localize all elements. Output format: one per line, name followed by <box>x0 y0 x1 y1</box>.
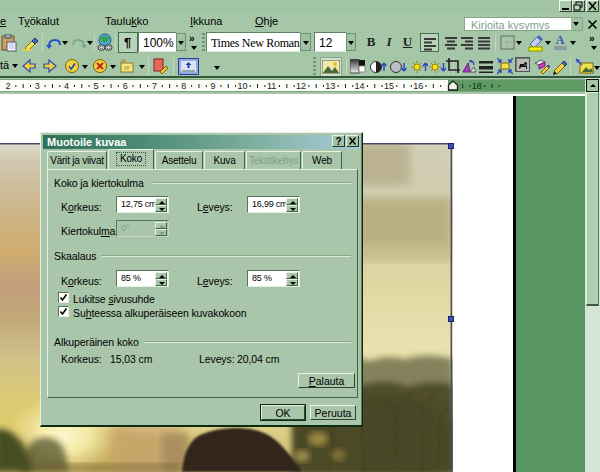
svg-text:12: 12 <box>296 81 306 91</box>
svg-text:16: 16 <box>413 81 423 91</box>
svg-text:5: 5 <box>93 81 98 91</box>
svg-text:6: 6 <box>123 81 128 91</box>
svg-text:7: 7 <box>152 81 157 91</box>
svg-text:2: 2 <box>5 81 10 91</box>
svg-text:13: 13 <box>325 81 335 91</box>
svg-text:4: 4 <box>64 81 69 91</box>
svg-text:14: 14 <box>355 81 365 91</box>
svg-text:10: 10 <box>237 81 247 91</box>
svg-text:9: 9 <box>211 81 216 91</box>
svg-text:11: 11 <box>267 81 276 91</box>
svg-text:18: 18 <box>472 81 482 91</box>
svg-text:8: 8 <box>181 81 186 91</box>
svg-text:3: 3 <box>35 81 40 91</box>
svg-text:15: 15 <box>384 81 394 91</box>
